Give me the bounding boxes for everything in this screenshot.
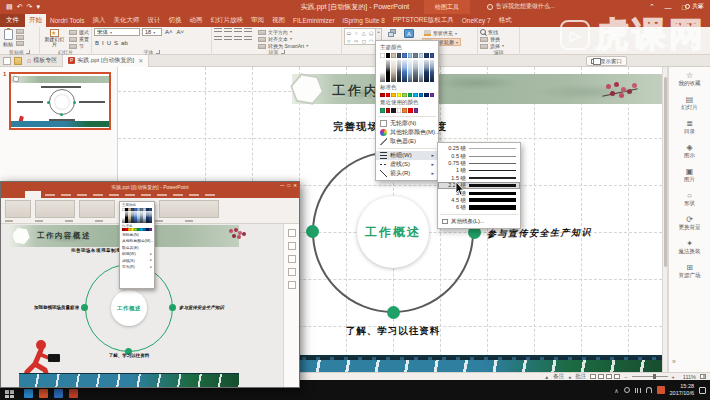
- color-swatch[interactable]: [424, 53, 429, 58]
- close-doc-tab-icon[interactable]: ✕: [138, 57, 143, 64]
- tell-me-box[interactable]: 告诉我您想要做什么...: [487, 1, 555, 12]
- quick-access-button[interactable]: ▾: [36, 0, 40, 14]
- indent-decrease-icon[interactable]: [234, 28, 242, 34]
- network-icon[interactable]: [646, 387, 652, 393]
- color-swatch[interactable]: [402, 53, 407, 58]
- color-swatch[interactable]: [402, 93, 407, 98]
- node-dot-left[interactable]: [306, 225, 319, 238]
- quick-access-button[interactable]: ▤: [6, 0, 13, 14]
- color-swatch[interactable]: [408, 108, 413, 113]
- color-swatch[interactable]: [408, 53, 413, 58]
- justify-icon[interactable]: [244, 36, 252, 42]
- weight-option[interactable]: 1.5 磅: [438, 175, 520, 182]
- color-swatch[interactable]: [402, 108, 407, 113]
- menu-item-dashes[interactable]: 虚线(S)▸: [376, 160, 438, 169]
- slide-sorter-icon[interactable]: [598, 374, 604, 379]
- road-image[interactable]: [292, 355, 662, 372]
- ribbon-tab[interactable]: 美化大师: [110, 14, 144, 27]
- copy-icon[interactable]: [16, 35, 24, 40]
- ribbon-tab[interactable]: 审阅: [247, 14, 268, 27]
- show-window-button[interactable]: 显示窗口: [586, 56, 627, 66]
- more-lines-option[interactable]: 其他线条(L)...: [438, 217, 520, 226]
- color-swatch[interactable]: [430, 53, 435, 58]
- align-text-button[interactable]: 对齐文本▾: [258, 36, 308, 42]
- font-effect-button[interactable]: I: [101, 39, 105, 48]
- center-circle[interactable]: 工作概述: [357, 196, 429, 268]
- new-file-icon[interactable]: [3, 57, 11, 65]
- ribbon-tab[interactable]: 设计: [144, 14, 165, 27]
- cut-icon[interactable]: [16, 29, 24, 34]
- sidebar-item[interactable]: ≣ 目录: [669, 115, 710, 139]
- small-title-bar[interactable]: 实践.ppt [自动恢复的] - PowerPoint —□✕: [1, 182, 299, 191]
- sidebar-item[interactable]: ⊞ 资源广场: [669, 259, 710, 283]
- ribbon-tab[interactable]: FILEminimizer: [289, 14, 339, 27]
- taskbar-app-icon[interactable]: [39, 389, 48, 398]
- tint-column[interactable]: [386, 60, 391, 82]
- reading-view-icon[interactable]: [606, 374, 612, 379]
- ribbon-tab[interactable]: Nordri Tools: [46, 14, 89, 27]
- text-direction-button[interactable]: 文字方向▾: [258, 29, 308, 35]
- ribbon-tab[interactable]: 文件: [0, 14, 25, 27]
- shapes-gallery[interactable]: ▭○△⬠☆⇨◻◠: [344, 28, 376, 45]
- tray-app-icon[interactable]: [657, 386, 665, 394]
- slide-thumbnail[interactable]: [9, 72, 111, 130]
- color-swatch[interactable]: [386, 108, 391, 113]
- ribbon-tab[interactable]: 动画: [186, 14, 207, 27]
- zoom-slider[interactable]: [632, 376, 668, 377]
- slide-text-bottom[interactable]: 了解、学习以往资料: [323, 325, 463, 338]
- zoom-out-button[interactable]: −: [624, 374, 627, 380]
- color-swatch[interactable]: [397, 108, 402, 113]
- color-swatch[interactable]: [397, 93, 402, 98]
- tray-expand-icon[interactable]: ∧: [614, 387, 618, 394]
- color-swatch[interactable]: [413, 93, 418, 98]
- shape-glyph[interactable]: △: [360, 29, 368, 37]
- menu-item-weight[interactable]: 粗细(W)▸: [376, 151, 438, 160]
- numbering-icon[interactable]: [224, 28, 232, 34]
- tab-current-document[interactable]: P 实践.ppt [自动恢复的] ✕: [62, 55, 149, 67]
- tab-template-zone[interactable]: ⌂ 模板专区: [22, 55, 62, 67]
- color-swatch[interactable]: [386, 53, 391, 58]
- menu-item-more-colors[interactable]: 其他轮廓颜色(M)...: [376, 128, 438, 137]
- color-swatch[interactable]: [386, 93, 391, 98]
- dialog-launcher[interactable]: [26, 50, 30, 54]
- quick-access-button[interactable]: ↷: [27, 0, 33, 14]
- shape-glyph[interactable]: ⇨: [353, 37, 361, 45]
- sidebar-item[interactable]: ✦ 魔法换装: [669, 235, 710, 259]
- scrollbar-thumb[interactable]: [664, 77, 667, 267]
- align-right-icon[interactable]: [234, 36, 242, 42]
- tint-column[interactable]: [419, 60, 424, 82]
- color-swatch[interactable]: [419, 53, 424, 58]
- share-button[interactable]: 共享: [685, 1, 704, 12]
- color-swatch[interactable]: [380, 108, 385, 113]
- normal-view-icon[interactable]: [590, 374, 596, 379]
- tray-status-icon[interactable]: [624, 387, 630, 393]
- sidebar-item[interactable]: ○ 形状: [669, 187, 710, 211]
- ribbon-tab[interactable]: 开始: [25, 14, 46, 27]
- align-left-icon[interactable]: [214, 36, 222, 42]
- shape-glyph[interactable]: ○: [353, 29, 361, 37]
- weight-option[interactable]: 2.25 磅: [438, 182, 520, 189]
- slide-banner[interactable]: 工作内容概述: [292, 74, 662, 104]
- shape-glyph[interactable]: ☆: [345, 37, 353, 45]
- grow-font-button[interactable]: A˄: [164, 28, 174, 37]
- sidebar-item[interactable]: ▣ 图片: [669, 163, 710, 187]
- powerpoint-window-small[interactable]: 实践.ppt [自动恢复的] - PowerPoint —□✕ 工作内容概述 完…: [0, 181, 300, 388]
- node-dot-bottom[interactable]: [387, 306, 400, 319]
- weight-option[interactable]: 0.5 磅: [438, 152, 520, 159]
- sidebar-item[interactable]: ◈ 图示: [669, 139, 710, 163]
- start-button[interactable]: [5, 390, 14, 398]
- ribbon-tab[interactable]: 视图: [268, 14, 289, 27]
- tint-column[interactable]: [391, 60, 396, 82]
- tint-column[interactable]: [413, 60, 418, 82]
- zoom-knob[interactable]: [653, 374, 656, 379]
- minimize-button[interactable]: —: [660, 0, 676, 14]
- shape-glyph[interactable]: ⬠: [368, 29, 376, 37]
- weight-option[interactable]: 1 磅: [438, 167, 520, 174]
- font-effect-button[interactable]: S: [113, 39, 119, 48]
- shape-glyph[interactable]: ◻: [360, 37, 368, 45]
- color-swatch[interactable]: [424, 93, 429, 98]
- dialog-launcher[interactable]: [156, 50, 160, 54]
- color-swatch[interactable]: [391, 108, 396, 113]
- layout-button[interactable]: 版式: [69, 29, 89, 35]
- comments-toggle[interactable]: 批注: [575, 373, 586, 380]
